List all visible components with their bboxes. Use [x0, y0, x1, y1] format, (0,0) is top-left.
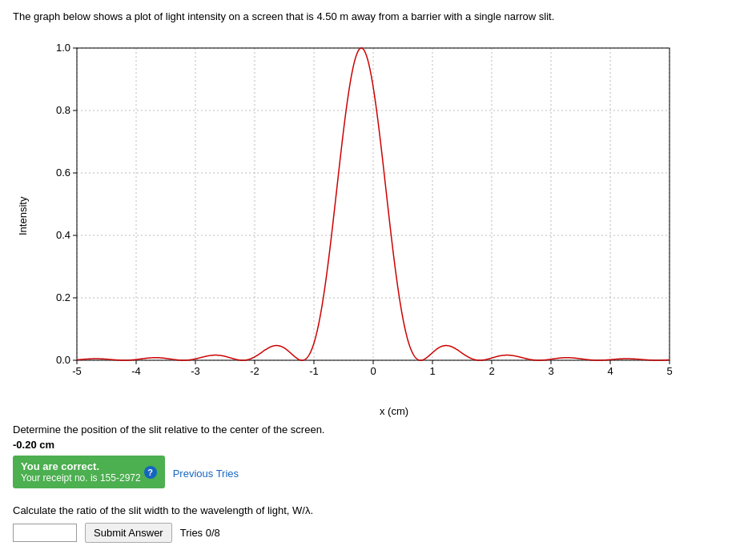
help-icon[interactable]: ?: [144, 466, 157, 479]
x-axis-label: x (cm): [45, 405, 743, 417]
submit-row: Submit Answer Tries 0/8: [13, 523, 743, 543]
question1-answer: -0.20 cm: [13, 439, 743, 451]
y-axis-label: Intensity: [13, 32, 29, 400]
question2-text: Calculate the ratio of the slit width to…: [13, 504, 743, 516]
correct-row: You are correct. Your receipt no. is 155…: [13, 456, 743, 492]
submit-button[interactable]: Submit Answer: [85, 523, 172, 543]
correct-box: You are correct. Your receipt no. is 155…: [13, 456, 165, 488]
tries-text: Tries 0/8: [180, 527, 220, 539]
question1-text: Determine the position of the slit relat…: [13, 424, 743, 436]
previous-tries-link[interactable]: Previous Tries: [173, 468, 239, 480]
correct-title: You are correct.: [21, 460, 141, 472]
answer-input[interactable]: [13, 524, 77, 542]
graph-area: [29, 32, 743, 400]
correct-text: You are correct. Your receipt no. is 155…: [21, 460, 141, 484]
receipt-text: Your receipt no. is 155-2972: [21, 472, 141, 484]
description-text: The graph below shows a plot of light in…: [13, 10, 743, 24]
graph-container: Intensity: [13, 32, 743, 400]
